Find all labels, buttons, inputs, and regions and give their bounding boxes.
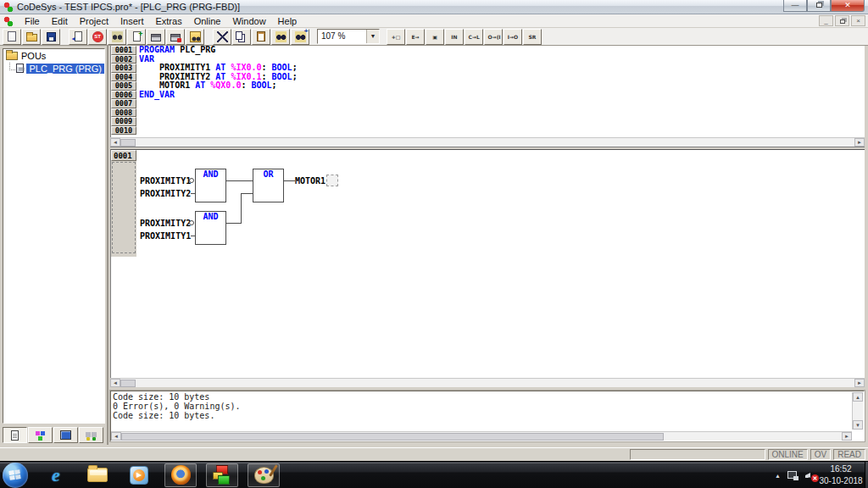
- scroll-down-icon[interactable]: ▼: [853, 420, 863, 430]
- line-number[interactable]: 0008: [111, 108, 136, 118]
- menu-file[interactable]: File: [19, 15, 46, 27]
- scrollbar-thumb[interactable]: [120, 139, 136, 147]
- mdi-close-button[interactable]: ×: [851, 15, 865, 26]
- cut-button[interactable]: [213, 29, 231, 45]
- fbd-hscrollbar[interactable]: ◄ ►: [110, 378, 865, 387]
- scroll-right-icon[interactable]: ►: [854, 138, 865, 147]
- insert-assignment-button[interactable]: E→: [406, 29, 425, 45]
- insert-box-button[interactable]: ▣: [426, 29, 444, 45]
- find-next-button[interactable]: [291, 29, 309, 45]
- network-icon[interactable]: [787, 471, 798, 480]
- fbd-input-var[interactable]: PROXIMITY1: [140, 231, 191, 241]
- start-button[interactable]: [3, 463, 28, 488]
- menu-project[interactable]: Project: [74, 15, 114, 27]
- declaration-editor[interactable]: 0001PROGRAM PLC_PRG0002VAR0003 PROXIMITY…: [110, 46, 865, 137]
- negation-circle[interactable]: [189, 178, 194, 183]
- taskbar-codesys[interactable]: [206, 463, 238, 487]
- mdi-restore-button[interactable]: [835, 15, 849, 26]
- menu-help[interactable]: Help: [272, 15, 303, 27]
- download-pou-button[interactable]: [69, 29, 87, 45]
- negate-button[interactable]: O→(I: [484, 29, 503, 45]
- message-window[interactable]: Code size: 10 bytes0 Error(s), 0 Warning…: [110, 391, 865, 441]
- scroll-right-icon[interactable]: ►: [854, 379, 865, 387]
- set-output-button[interactable]: I→O: [504, 29, 522, 45]
- code-text[interactable]: END_VAR: [136, 91, 175, 100]
- line-number[interactable]: 0002: [111, 55, 136, 64]
- workspace-tab-pous[interactable]: [3, 427, 27, 443]
- sr-block-button[interactable]: SR: [523, 29, 542, 45]
- menu-insert[interactable]: Insert: [114, 15, 150, 27]
- and-block-1[interactable]: AND: [195, 169, 226, 202]
- workspace-tab-visualizations[interactable]: [53, 427, 78, 443]
- fbd-output-var[interactable]: MOTOR1: [295, 176, 326, 186]
- paste-button[interactable]: [252, 29, 270, 45]
- scrollbar-thumb[interactable]: [121, 433, 664, 441]
- taskbar-internet-explorer[interactable]: e: [40, 463, 72, 487]
- menu-edit[interactable]: Edit: [46, 15, 74, 27]
- scroll-left-icon[interactable]: ◄: [110, 379, 120, 387]
- taskbar-explorer[interactable]: [81, 463, 114, 487]
- fbd-input-var[interactable]: PROXIMITY1: [140, 176, 191, 186]
- fbd-input-var[interactable]: PROXIMITY2: [140, 189, 191, 198]
- scrollbar-thumb[interactable]: [120, 380, 136, 387]
- fbd-cursor-box[interactable]: [326, 175, 338, 186]
- title-bar[interactable]: CoDeSys - TEST IPCS.pro* - [PLC_PRG (PRG…: [0, 0, 868, 14]
- line-number[interactable]: 0007: [111, 99, 136, 108]
- scroll-right-icon[interactable]: ►: [842, 432, 852, 441]
- printer-button[interactable]: [147, 29, 165, 45]
- glasses-button[interactable]: [108, 29, 126, 45]
- fbd-editor[interactable]: 0001 PROXIMITY1 PROXIMITY2 AND OR PROXIM…: [110, 149, 865, 378]
- line-number[interactable]: 0010: [111, 126, 136, 136]
- line-number[interactable]: 0003: [111, 64, 136, 73]
- insert-output-button[interactable]: C→L: [465, 29, 483, 45]
- open-file-button[interactable]: [22, 29, 41, 45]
- mdi-minimize-button[interactable]: _: [819, 15, 833, 26]
- workspace-tab-resources[interactable]: [79, 427, 103, 443]
- search-project-button[interactable]: [186, 29, 204, 45]
- line-number[interactable]: 0005: [111, 81, 136, 91]
- tree-root-pous[interactable]: POUs: [3, 49, 104, 62]
- st-stop-button[interactable]: ST: [88, 29, 107, 45]
- taskbar-firefox[interactable]: [164, 463, 197, 487]
- code-text[interactable]: [136, 126, 139, 136]
- fbd-input-var[interactable]: PROXIMITY2: [140, 219, 191, 228]
- code-text[interactable]: [136, 117, 139, 126]
- menu-extras[interactable]: Extras: [149, 15, 187, 27]
- insert-input-button[interactable]: IN: [445, 29, 464, 45]
- scroll-up-icon[interactable]: ▲: [853, 392, 863, 402]
- workspace-tab-data-types[interactable]: [28, 427, 53, 443]
- and-block-2[interactable]: AND: [195, 211, 226, 245]
- negation-circle[interactable]: [189, 220, 194, 225]
- save-file-button[interactable]: [42, 29, 60, 45]
- printer-export-button[interactable]: [166, 29, 185, 45]
- line-number[interactable]: 0001: [111, 46, 136, 55]
- chevron-down-icon[interactable]: ▼: [366, 30, 379, 43]
- declaration-hscrollbar[interactable]: ◄ ►: [110, 137, 865, 147]
- taskbar-paint[interactable]: [248, 463, 280, 487]
- show-desktop-button[interactable]: [865, 462, 868, 488]
- scroll-left-icon[interactable]: ◄: [111, 432, 121, 441]
- line-number[interactable]: 0009: [111, 117, 136, 126]
- add-pou-button[interactable]: [127, 29, 146, 45]
- find-button[interactable]: [271, 29, 290, 45]
- fbd-canvas[interactable]: PROXIMITY1 PROXIMITY2 AND OR PROXIMITY2 …: [136, 150, 849, 370]
- taskbar-media-player[interactable]: ▶: [123, 463, 155, 487]
- menu-window[interactable]: Window: [226, 15, 271, 27]
- message-vscrollbar[interactable]: ▲ ▼: [852, 392, 863, 430]
- volume-muted-icon[interactable]: ✕: [805, 470, 817, 480]
- message-hscrollbar[interactable]: ◄ ►: [111, 431, 852, 441]
- new-file-button[interactable]: [3, 29, 21, 45]
- or-block[interactable]: OR: [253, 169, 284, 202]
- tree-item-plc-prg[interactable]: PLC_PRG (PRG): [3, 62, 104, 75]
- line-number[interactable]: 0006: [111, 91, 136, 100]
- minimize-button[interactable]: —: [783, 0, 807, 12]
- code-text[interactable]: [136, 99, 139, 108]
- copy-button[interactable]: [232, 29, 251, 45]
- tray-chevron-up-icon[interactable]: ▲: [775, 473, 781, 479]
- restore-button[interactable]: [807, 0, 831, 12]
- close-button[interactable]: ✕: [831, 0, 865, 12]
- scroll-left-icon[interactable]: ◄: [110, 138, 120, 147]
- code-text[interactable]: [136, 108, 139, 118]
- line-number[interactable]: 0004: [111, 73, 136, 82]
- network-number[interactable]: 0001: [111, 150, 136, 161]
